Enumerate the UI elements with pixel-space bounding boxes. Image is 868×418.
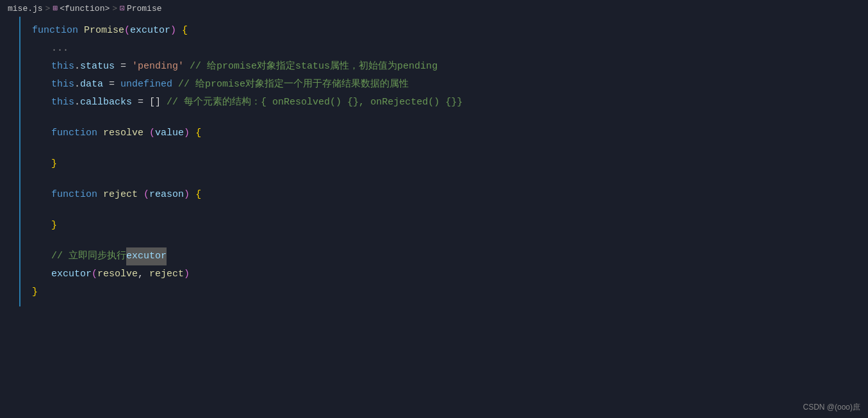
code-line-12 [0,204,868,217]
code-line-13: } [0,217,868,235]
breadcrumb: mise.js > ⊞ <function> > ⊡ Promise [0,0,868,17]
breadcrumb-sep2: > [112,4,117,13]
breadcrumb-sep1: > [45,4,51,13]
code-area: function Promise ( excutor ) { ... this … [0,17,868,306]
keyword-function-reject: function [51,186,97,204]
code-line-15: // 立即同步执行 excutor [0,247,868,265]
code-line-9: } [0,155,868,173]
comment-data: // 给promise对象指定一个用于存储结果数据的属性 [178,76,409,94]
arg-resolve: resolve [97,265,138,283]
code-line-4: this . data = undefined // 给promise对象指定一… [0,76,868,94]
code-line-8 [0,142,868,155]
line1-content: function Promise ( excutor ) { [32,22,188,40]
this-keyword: this [51,58,74,76]
class-icon: ⊡ [120,3,125,13]
fn-name-reject: reject [103,186,138,204]
editor-container: mise.js > ⊞ <function> > ⊡ Promise funct… [0,0,868,418]
comment-callbacks: // 每个元素的结构：{ onResolved() {}, onRejected… [167,94,463,112]
code-line-6 [0,112,868,124]
fn-name-resolve: resolve [103,124,143,142]
code-line-5: this . callbacks = [] // 每个元素的结构：{ onRes… [0,94,868,112]
breadcrumb-promise: Promise [127,4,162,13]
code-line-3: this . status = 'pending' // 给promise对象指… [0,58,868,76]
comment-executor: // 立即同步执行 [51,247,126,265]
keyword-function: function [32,22,78,40]
keyword-function-resolve: function [51,124,97,142]
code-line-7: function resolve ( value ) { [0,124,868,142]
code-line-17: } [0,283,868,301]
code-line-1: function Promise ( excutor ) { [0,22,868,40]
fn-name-promise: Promise [84,22,124,40]
code-line-11: function reject ( reason ) { [0,186,868,204]
code-line-14 [0,235,868,247]
watermark: CSDN @(ooo)庶 [803,402,860,413]
breadcrumb-function: <function> [60,4,110,13]
arg-reject: reject [149,265,184,283]
comment-status: // 给promise对象指定status属性，初始值为pending [190,58,438,76]
code-line-2: ... [0,40,868,58]
code-line-10 [0,173,868,186]
highlight-excutor: excutor [126,247,167,265]
breadcrumb-file: mise.js [8,4,43,13]
code-line-16: excutor ( resolve , reject ) [0,265,868,283]
function-icon: ⊞ [53,3,58,13]
caller-excutor: excutor [51,265,92,283]
param-excutor: excutor [130,22,170,40]
